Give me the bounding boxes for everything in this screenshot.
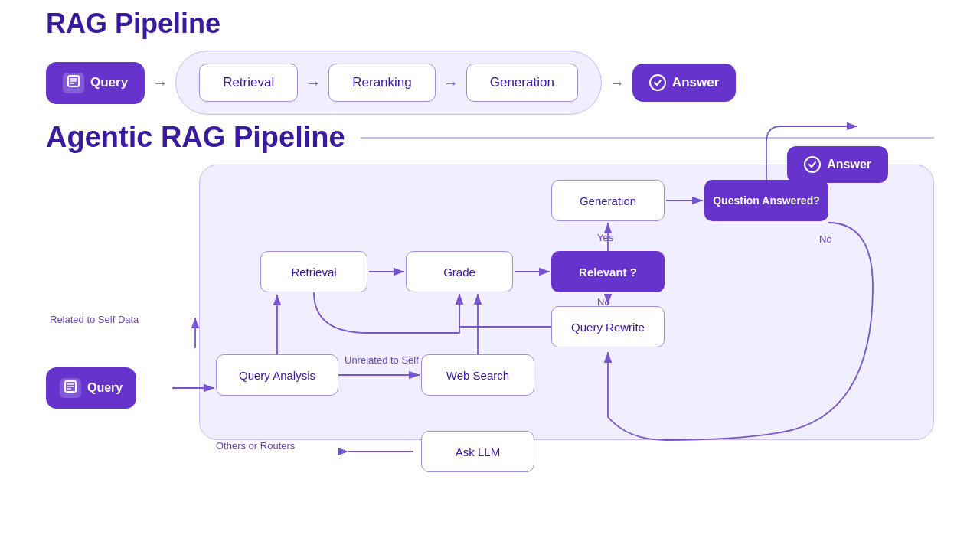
- arrow-4: →: [602, 74, 632, 92]
- agentic-generation-node: Generation: [551, 180, 665, 221]
- arrow-2: →: [298, 74, 328, 92]
- generation-node: Generation: [466, 64, 578, 102]
- arrow-3: →: [436, 74, 466, 92]
- agentic-retrieval-node: Retrieval: [260, 251, 368, 292]
- related-to-self-data-label: Related to Self Data: [50, 314, 139, 325]
- answer-node: Answer: [632, 64, 736, 102]
- no-down-label: No: [597, 296, 610, 308]
- rag-pipeline-row: Query → Retrieval → Reranking → Generati…: [46, 51, 934, 115]
- agentic-check-icon: [804, 156, 821, 173]
- others-or-routers-label: Others or Routers: [216, 440, 295, 452]
- reranking-node: Reranking: [328, 64, 436, 102]
- agentic-query-label: Query: [87, 381, 122, 395]
- grade-node: Grade: [406, 251, 513, 292]
- title-divider: [361, 137, 934, 139]
- no-right-label: No: [819, 233, 832, 245]
- agentic-doc-icon: [60, 378, 81, 398]
- agentic-query-node: Query: [46, 367, 136, 409]
- pipeline-container: Retrieval → Reranking → Generation: [175, 51, 602, 115]
- query-analysis-node: Query Analysis: [216, 354, 338, 396]
- yes-up-label: Yes: [597, 232, 613, 243]
- question-answered-node: Question Answered?: [704, 180, 828, 221]
- answer-label: Answer: [672, 75, 719, 90]
- query-label: Query: [90, 75, 128, 90]
- arrow-1: →: [145, 74, 175, 92]
- query-node: Query: [46, 62, 145, 104]
- rag-pipeline-title: RAG Pipeline: [46, 0, 934, 40]
- agentic-pipeline-title: Agentic RAG Pipeline: [46, 121, 345, 154]
- query-rewrite-node: Query Rewrite: [551, 306, 665, 347]
- ask-llm-node: Ask LLM: [421, 431, 534, 472]
- doc-icon: [63, 73, 84, 93]
- web-search-node: Web Search: [421, 354, 534, 396]
- relevant-node: Relevant ?: [551, 251, 665, 292]
- agentic-diagram: Answer Query Related to Self Data Query …: [46, 165, 934, 486]
- agentic-answer-node: Answer: [787, 146, 888, 183]
- retrieval-node: Retrieval: [199, 64, 298, 102]
- check-icon: [649, 74, 666, 91]
- agentic-answer-label: Answer: [827, 158, 871, 171]
